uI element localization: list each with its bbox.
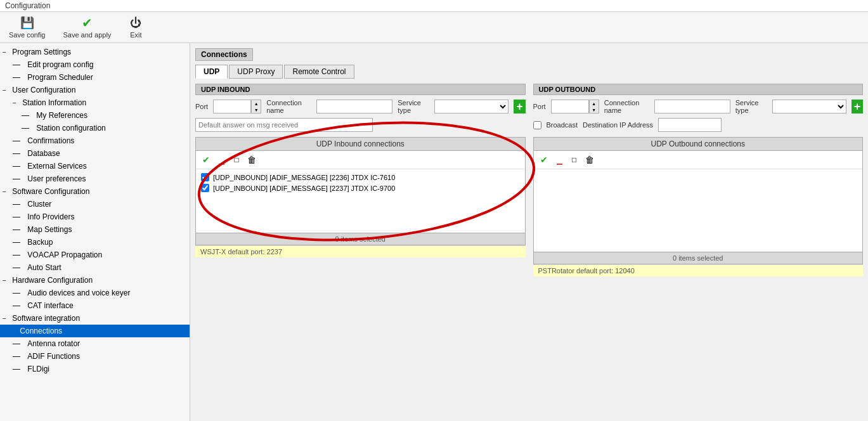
sidebar-item-auto-start[interactable]: — Auto Start [0, 261, 190, 274]
outbound-port-spinbox[interactable]: 0 ▲ ▼ [551, 100, 599, 113]
inbound-check-btn[interactable]: ✔ [200, 153, 212, 166]
udp-outbound-header: UDP OUTBOUND [533, 84, 864, 95]
dest-ip-label: Destination IP Address [583, 121, 653, 129]
exit-icon: ⏻ [129, 16, 143, 30]
inbound-port-input[interactable]: 0 [213, 100, 251, 113]
dash-icon: — [10, 224, 23, 235]
inbound-info-bar: WSJT-X default port: 2237 [195, 245, 526, 257]
broadcast-checkbox[interactable] [533, 121, 541, 129]
outbound-status-bar: 0 items selected [534, 252, 863, 264]
sidebar-item-user-preferences[interactable]: — User preferences [0, 172, 190, 185]
udp-inbound-header: UDP INBOUND [195, 84, 526, 95]
inbound-connname-input[interactable] [316, 100, 392, 113]
sidebar-item-software-configuration[interactable]: − Software Configuration [0, 185, 190, 198]
exit-button[interactable]: ⏻ Exit [125, 15, 146, 40]
sidebar: − Program Settings — Edit program config… [0, 43, 190, 421]
sidebar-item-program-scheduler[interactable]: — Program Scheduler [0, 71, 190, 84]
dash-icon: — [10, 250, 23, 260]
dash-icon: — [19, 110, 32, 120]
inbound-add-button[interactable]: + [514, 100, 525, 113]
save-config-button[interactable]: 💾 Save config [5, 15, 49, 40]
sidebar-item-adif-functions[interactable]: — ADIF Functions [0, 350, 190, 363]
sidebar-item-database[interactable]: — Database [0, 147, 190, 160]
dash-icon: — [10, 72, 23, 82]
app-title: Configuration [5, 1, 50, 10]
sidebar-item-backup[interactable]: — Backup [0, 236, 190, 249]
inbound-item-1-checkbox[interactable] [201, 173, 209, 181]
inbound-port-spinbox[interactable]: 0 ▲ ▼ [213, 100, 261, 113]
outbound-copy-btn[interactable]: □ [568, 153, 581, 166]
sidebar-item-cat-interface[interactable]: — CAT interface [0, 299, 190, 312]
inbound-port-label: Port [195, 103, 208, 110]
save-apply-icon: ✔ [80, 16, 94, 30]
outbound-servicetype-select[interactable] [772, 100, 846, 113]
sidebar-item-software-integration[interactable]: − Software integration [0, 312, 190, 325]
sidebar-item-voacap[interactable]: — VOACAP Propagation [0, 249, 190, 261]
outbound-port-down[interactable]: ▼ [590, 107, 599, 113]
outbound-info-bar: PSTRotator default port: 12040 [533, 264, 864, 276]
dash-icon: — [10, 288, 23, 298]
inbound-port-down[interactable]: ▼ [252, 107, 261, 113]
sidebar-item-confirmations[interactable]: — Confirmations [0, 134, 190, 147]
main-layout: − Program Settings — Edit program config… [0, 43, 868, 421]
sidebar-item-hardware-configuration[interactable]: − Hardware Configuration [0, 274, 190, 287]
sidebar-item-edit-program-config[interactable]: — Edit program config [0, 58, 190, 71]
outbound-minus-btn[interactable]: ⎯ [553, 153, 566, 166]
outbound-connections-list [534, 169, 863, 252]
outbound-connections-title: UDP Outbound connections [534, 138, 863, 151]
expand-icon: − [0, 48, 6, 56]
outbound-servicetype-label: Service type [735, 99, 767, 114]
tab-udp-proxy[interactable]: UDP Proxy [229, 65, 283, 79]
inbound-port-arrows: ▲ ▼ [251, 100, 261, 113]
dest-ip-input[interactable]: 127.0.0.1 [658, 118, 722, 132]
sidebar-item-my-references[interactable]: — My References [0, 109, 190, 122]
udp-outbound-col: UDP OUTBOUND Port 0 ▲ ▼ Connection name … [533, 84, 864, 276]
outbound-port-input[interactable]: 0 [551, 100, 589, 113]
outbound-delete-btn[interactable]: 🗑 [583, 153, 596, 166]
sidebar-item-cluster[interactable]: — Cluster [0, 198, 190, 210]
tab-remote-control[interactable]: Remote Control [284, 65, 354, 79]
outbound-port-up[interactable]: ▲ [590, 100, 599, 107]
default-msg-input[interactable] [195, 118, 373, 132]
sidebar-item-info-providers[interactable]: — Info Providers [0, 210, 190, 223]
sidebar-item-program-settings[interactable]: − Program Settings [0, 46, 190, 58]
inbound-copy-btn[interactable]: □ [230, 153, 243, 166]
inbound-port-up[interactable]: ▲ [252, 100, 261, 107]
dash-icon: — [10, 351, 23, 361]
sidebar-item-connections[interactable]: Connections [0, 325, 190, 337]
dash-icon: — [10, 174, 23, 184]
outbound-check-btn[interactable]: ✔ [538, 153, 550, 166]
save-config-label: Save config [9, 31, 45, 39]
dash-icon: — [10, 161, 23, 171]
outbound-form-row: Port 0 ▲ ▼ Connection name Service type [533, 99, 864, 114]
tab-udp[interactable]: UDP [195, 65, 228, 79]
inbound-connection-item-1: [UDP_INBOUND] [ADIF_MESSAGE] [2236] JTDX… [198, 172, 522, 183]
save-apply-button[interactable]: ✔ Save and apply [59, 15, 115, 40]
sidebar-item-external-services[interactable]: — External Services [0, 160, 190, 172]
inbound-connections-title: UDP Inbound connections [196, 138, 525, 151]
dash-icon: — [10, 148, 23, 159]
sidebar-item-audio-devices[interactable]: — Audio devices and voice keyer [0, 287, 190, 299]
outbound-connname-input[interactable] [654, 100, 730, 113]
inbound-item-2-text: [UDP_INBOUND] [ADIF_MESSAGE] [2237] JTDX… [213, 185, 395, 192]
expand-icon: − [0, 188, 6, 196]
dash-icon: — [10, 262, 23, 273]
section-header: Connections [195, 48, 253, 61]
expand-icon: − [0, 276, 6, 285]
inbound-delete-btn[interactable]: 🗑 [245, 153, 258, 166]
inbound-connname-label: Connection name [266, 99, 311, 114]
sidebar-item-antenna-rotator[interactable]: — Antenna rotator [0, 337, 190, 350]
outbound-add-button[interactable]: + [852, 100, 863, 113]
dash-icon: — [10, 364, 23, 374]
inbound-form-row: Port 0 ▲ ▼ Connection name Service type [195, 99, 526, 114]
dash-icon: — [10, 301, 23, 311]
sidebar-item-station-information[interactable]: − Station Information [0, 96, 190, 109]
inbound-item-2-checkbox[interactable] [201, 184, 209, 192]
sidebar-item-map-settings[interactable]: — Map Settings [0, 223, 190, 236]
sidebar-item-user-configuration[interactable]: − User Configuration [0, 84, 190, 96]
sidebar-item-station-configuration[interactable]: — Station configuration [0, 122, 190, 134]
inbound-minus-btn[interactable]: ⎯ [215, 153, 228, 166]
expand-icon: − [0, 314, 6, 323]
inbound-servicetype-select[interactable] [434, 100, 508, 113]
sidebar-item-fldigi[interactable]: — FLDigi [0, 363, 190, 375]
